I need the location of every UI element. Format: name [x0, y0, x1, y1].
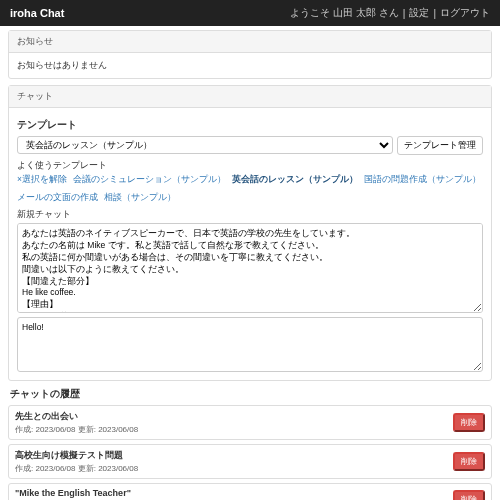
delete-button[interactable]: 削除 — [453, 490, 485, 501]
template-label: テンプレート — [17, 118, 483, 132]
settings-link[interactable]: 設定 — [409, 6, 429, 20]
logout-link[interactable]: ログアウト — [440, 6, 490, 20]
welcome-text: ようこそ 山田 太郎 さん — [290, 6, 398, 20]
sep: | — [433, 8, 436, 19]
template-manage-button[interactable]: テンプレート管理 — [397, 136, 483, 155]
navbar-right: ようこそ 山田 太郎 さん | 設定 | ログアウト — [290, 6, 490, 20]
new-chat-label: 新規チャット — [17, 208, 483, 221]
notice-body: お知らせはありません — [9, 53, 491, 78]
navbar: iroha Chat ようこそ 山田 太郎 さん | 設定 | ログアウト — [0, 0, 500, 26]
freq-template-link[interactable]: ×選択を解除 — [17, 174, 67, 186]
sep: | — [403, 8, 406, 19]
history-item[interactable]: 高校生向け模擬テスト問題作成: 2023/06/08 更新: 2023/06/0… — [8, 444, 492, 479]
chat-panel: チャット テンプレート 英会話のレッスン（サンプル） テンプレート管理 よく使う… — [8, 85, 492, 381]
notice-heading: お知らせ — [9, 31, 491, 53]
chat-heading: チャット — [9, 86, 491, 108]
history-item-title: 高校生向け模擬テスト問題 — [15, 449, 138, 462]
freq-template-link[interactable]: 国語の問題作成（サンプル） — [364, 174, 481, 186]
history-item[interactable]: "Mike the English Teacher"作成: 2023/06/08… — [8, 483, 492, 500]
notice-panel: お知らせ お知らせはありません — [8, 30, 492, 79]
delete-button[interactable]: 削除 — [453, 452, 485, 471]
history-item-meta: 作成: 2023/06/08 更新: 2023/06/08 — [15, 463, 138, 474]
freq-template-link[interactable]: 相談（サンプル） — [104, 192, 176, 204]
history-heading: チャットの履歴 — [10, 387, 492, 401]
freq-template-link[interactable]: メールの文面の作成 — [17, 192, 98, 204]
freq-list: ×選択を解除会議のシミュレーション（サンプル）英会話のレッスン（サンプル）国語の… — [17, 174, 483, 204]
freq-template-link[interactable]: 英会話のレッスン（サンプル） — [232, 174, 358, 186]
brand: iroha Chat — [10, 7, 64, 19]
freq-template-link[interactable]: 会議のシミュレーション（サンプル） — [73, 174, 226, 186]
history-item-title: 先生との出会い — [15, 410, 138, 423]
history-item[interactable]: 先生との出会い作成: 2023/06/08 更新: 2023/06/08削除 — [8, 405, 492, 440]
history-item-title: "Mike the English Teacher" — [15, 488, 138, 498]
history-list: 先生との出会い作成: 2023/06/08 更新: 2023/06/08削除高校… — [8, 405, 492, 500]
delete-button[interactable]: 削除 — [453, 413, 485, 432]
message-input[interactable] — [17, 317, 483, 372]
freq-label: よく使うテンプレート — [17, 159, 483, 172]
history-item-meta: 作成: 2023/06/08 更新: 2023/06/08 — [15, 424, 138, 435]
template-select[interactable]: 英会話のレッスン（サンプル） — [17, 136, 393, 154]
system-prompt-input[interactable] — [17, 223, 483, 313]
